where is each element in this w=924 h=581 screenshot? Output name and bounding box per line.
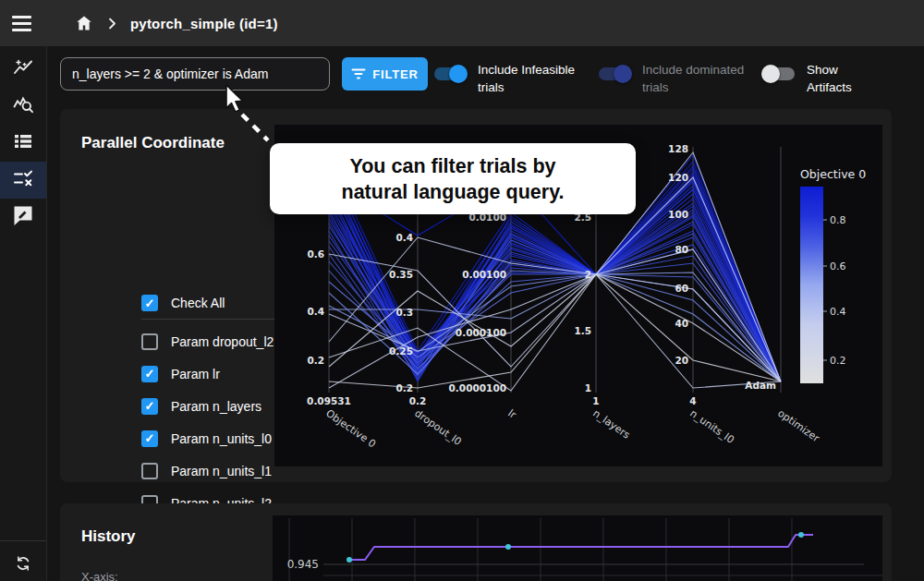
svg-text:0.2: 0.2 bbox=[307, 355, 324, 366]
param-checkbox-row[interactable]: Param dropout_l2 bbox=[141, 325, 274, 357]
filter-button-label: FILTER bbox=[372, 67, 418, 81]
query-stats-icon bbox=[12, 93, 34, 119]
svg-text:0.6: 0.6 bbox=[307, 248, 324, 260]
param-checkbox-row[interactable]: ✓Param n_layers bbox=[141, 390, 274, 422]
svg-text:0.2: 0.2 bbox=[830, 355, 846, 367]
svg-text:0.4: 0.4 bbox=[395, 232, 413, 243]
param-checkbox-label: Param n_layers bbox=[171, 399, 261, 414]
svg-text:40: 40 bbox=[675, 318, 688, 329]
param-checkbox-label: Param lr bbox=[171, 367, 220, 381]
svg-text:optimizer: optimizer bbox=[775, 407, 821, 445]
toggle-label: Include Infeasible trials bbox=[478, 56, 590, 96]
sidebar-item-trial-table[interactable] bbox=[0, 125, 46, 162]
switch-off[interactable] bbox=[761, 65, 796, 83]
check-all-row[interactable]: ✓ Check All bbox=[141, 295, 225, 311]
svg-text:80: 80 bbox=[675, 244, 688, 255]
svg-text:n_units_l0: n_units_l0 bbox=[687, 407, 736, 446]
query-input[interactable] bbox=[60, 57, 330, 91]
svg-text:Objective 0: Objective 0 bbox=[323, 407, 378, 451]
svg-text:120: 120 bbox=[668, 172, 688, 183]
breadcrumb-chevron-icon bbox=[106, 18, 118, 30]
history-title: History bbox=[81, 527, 136, 546]
svg-text:128: 128 bbox=[668, 143, 688, 154]
svg-text:0.945: 0.945 bbox=[287, 558, 319, 571]
sidebar bbox=[0, 46, 47, 581]
svg-text:0.4: 0.4 bbox=[307, 306, 324, 317]
home-icon[interactable] bbox=[75, 14, 93, 32]
svg-text:4: 4 bbox=[689, 395, 696, 406]
sidebar-divider bbox=[0, 540, 46, 541]
toggle-label: Include dominated trials bbox=[642, 56, 760, 96]
svg-text:0.35: 0.35 bbox=[389, 269, 413, 280]
topbar: pytorch_simple (id=1) bbox=[0, 0, 924, 46]
svg-text:1: 1 bbox=[585, 382, 591, 393]
checkbox-checked[interactable]: ✓ bbox=[141, 430, 158, 447]
svg-text:1.5: 1.5 bbox=[574, 325, 591, 336]
svg-text:60: 60 bbox=[675, 283, 688, 294]
rate-review-icon bbox=[12, 204, 34, 230]
switch-disabled bbox=[597, 65, 632, 83]
list-icon bbox=[12, 130, 34, 156]
checkbox-unchecked[interactable] bbox=[141, 463, 158, 479]
check-all-label: Check All bbox=[171, 296, 225, 310]
svg-text:n_layers: n_layers bbox=[590, 407, 632, 442]
svg-text:0.2: 0.2 bbox=[395, 382, 413, 393]
switch-on[interactable] bbox=[432, 65, 468, 83]
svg-text:0.3: 0.3 bbox=[395, 307, 413, 318]
menu-icon[interactable] bbox=[12, 11, 36, 35]
svg-text:dropout_l0: dropout_l0 bbox=[412, 407, 463, 448]
history-card: History 0.945 bbox=[60, 503, 892, 581]
param-checkbox-row[interactable]: ✓Param lr bbox=[141, 357, 274, 390]
history-plot[interactable]: 0.945 bbox=[273, 515, 882, 581]
sidebar-item-graphs[interactable] bbox=[0, 51, 46, 88]
svg-text:0.2: 0.2 bbox=[409, 395, 427, 406]
param-checkbox-label: Param dropout_l2 bbox=[171, 334, 274, 349]
toggle-include-infeasible[interactable]: Include Infeasible trials bbox=[432, 56, 590, 96]
checkbox-unchecked[interactable] bbox=[141, 333, 158, 350]
svg-text:Objective 0: Objective 0 bbox=[800, 167, 866, 181]
svg-text:100: 100 bbox=[668, 209, 688, 220]
reload-button[interactable] bbox=[0, 550, 46, 581]
toggle-label: Show Artifacts bbox=[807, 56, 864, 96]
rule-icon bbox=[12, 167, 34, 193]
svg-text:0.6: 0.6 bbox=[830, 260, 846, 272]
callout-line2: natural language query. bbox=[270, 179, 636, 205]
svg-text:20: 20 bbox=[675, 355, 688, 366]
svg-text:0.00100: 0.00100 bbox=[462, 269, 506, 280]
param-checkbox-row[interactable]: ✓Param n_units_l0 bbox=[141, 422, 274, 454]
param-checkbox-label: Param n_units_l0 bbox=[171, 431, 272, 446]
svg-text:0.0000100: 0.0000100 bbox=[449, 382, 506, 393]
optuna-dashboard: pytorch_simple (id=1) bbox=[0, 0, 924, 581]
sidebar-item-trial-select[interactable] bbox=[0, 162, 46, 199]
auto-graph-icon bbox=[12, 56, 34, 82]
svg-text:0.8: 0.8 bbox=[830, 214, 846, 226]
callout-line1: You can filter trials by bbox=[270, 153, 636, 179]
svg-text:Adam: Adam bbox=[745, 380, 776, 391]
page-title: Parallel Coordinate bbox=[81, 134, 225, 152]
toggle-show-artifacts[interactable]: Show Artifacts bbox=[761, 56, 864, 96]
svg-text:0.4: 0.4 bbox=[830, 306, 846, 318]
sync-icon bbox=[14, 554, 32, 576]
svg-text:0.09531: 0.09531 bbox=[307, 395, 351, 406]
checkbox-checked[interactable]: ✓ bbox=[141, 398, 158, 415]
checkbox-checked[interactable]: ✓ bbox=[141, 295, 158, 311]
xaxis-selector-label: X-axis: bbox=[81, 570, 118, 581]
checkbox-checked[interactable]: ✓ bbox=[141, 366, 158, 382]
svg-text:1: 1 bbox=[592, 395, 599, 406]
sidebar-item-note[interactable] bbox=[0, 199, 46, 236]
param-checkbox-label: Param n_units_l1 bbox=[171, 464, 272, 478]
svg-text:0.000100: 0.000100 bbox=[456, 327, 506, 338]
breadcrumb: pytorch_simple (id=1) bbox=[130, 16, 278, 31]
svg-text:0.25: 0.25 bbox=[389, 345, 413, 357]
toggle-include-dominated: Include dominated trials bbox=[597, 56, 760, 96]
filter-button[interactable]: FILTER bbox=[342, 57, 428, 91]
sidebar-item-analytics[interactable] bbox=[0, 88, 46, 125]
filter-list-icon bbox=[351, 67, 366, 80]
param-checkbox-row[interactable]: Param n_units_l1 bbox=[141, 454, 274, 487]
svg-text:lr: lr bbox=[505, 407, 518, 421]
svg-text:2: 2 bbox=[585, 269, 591, 280]
tutorial-callout: You can filter trials by natural languag… bbox=[270, 143, 636, 214]
